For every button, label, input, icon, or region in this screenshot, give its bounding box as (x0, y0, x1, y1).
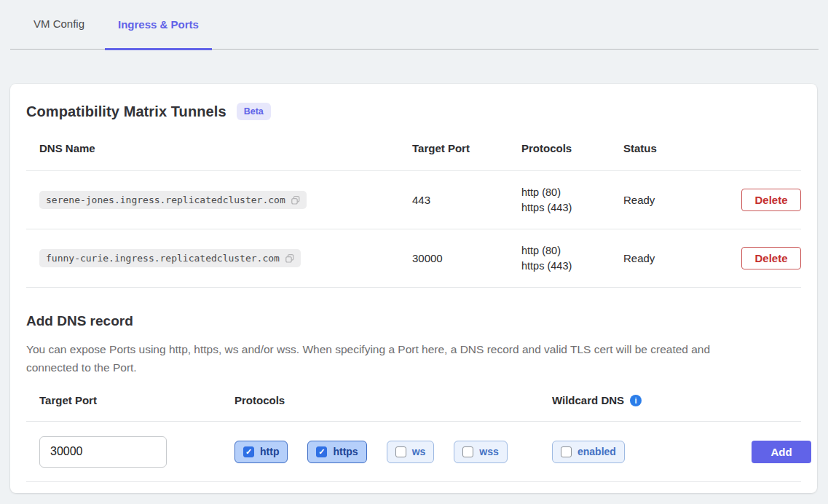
protocol-line: http (80) (521, 185, 623, 200)
wildcard-enabled-checkbox[interactable]: enabled (552, 441, 625, 463)
tunnels-table-header: DNS Name Target Port Protocols Status (26, 122, 801, 171)
protocol-line: http (80) (521, 243, 623, 259)
add-button[interactable]: Add (752, 441, 811, 463)
checkbox-icon (561, 446, 572, 457)
table-row: funny-curie.ingress.replicatedcluster.co… (26, 229, 801, 288)
protocols-value: http (80) https (443) (521, 185, 623, 216)
status-value: Ready (623, 252, 725, 264)
status-value: Ready (623, 194, 725, 206)
protocol-checkbox-ws[interactable]: ws (387, 441, 435, 463)
target-port-input[interactable] (39, 436, 167, 468)
dns-name-pill: serene-jones.ingress.replicatedcluster.c… (39, 191, 307, 209)
col-header-target-port: Target Port (412, 142, 521, 154)
add-dns-record-description: You can expose Ports using http, https, … (26, 340, 762, 377)
target-port-value: 443 (412, 194, 521, 206)
tab-ingress-and-ports[interactable]: Ingress & Ports (105, 18, 212, 50)
copy-icon[interactable] (291, 195, 301, 205)
tab-vm-config[interactable]: VM Config (32, 17, 86, 49)
delete-button[interactable]: Delete (741, 189, 801, 211)
checkbox-label: https (333, 446, 358, 457)
add-dns-record-title: Add DNS record (26, 313, 801, 329)
target-port-value: 30000 (412, 252, 521, 264)
tunnels-panel: Compatibility Matrix Tunnels Beta DNS Na… (10, 84, 817, 493)
panel-title: Compatibility Matrix Tunnels (26, 103, 226, 120)
protocol-checkbox-wss[interactable]: wss (454, 441, 507, 463)
dns-name-pill: funny-curie.ingress.replicatedcluster.co… (39, 249, 301, 267)
dns-name-text: serene-jones.ingress.replicatedcluster.c… (46, 194, 285, 205)
checkbox-label: enabled (577, 446, 616, 457)
info-icon[interactable]: i (630, 395, 642, 406)
col-header-status: Status (623, 142, 725, 154)
add-dns-form-header: Target Port Protocols Wildcard DNS i (26, 394, 801, 422)
checkbox-icon (243, 446, 254, 457)
protocol-checkbox-https[interactable]: https (307, 441, 366, 463)
form-col-wildcard-dns: Wildcard DNS (552, 394, 624, 406)
beta-badge: Beta (237, 103, 271, 120)
checkbox-icon (462, 446, 473, 457)
protocol-line: https (443) (521, 259, 623, 274)
checkbox-label: wss (479, 446, 498, 457)
tab-bar: VM Config Ingress & Ports (10, 0, 819, 50)
checkbox-icon (395, 446, 406, 457)
add-dns-form-row: http https ws wss enabled Add (26, 422, 801, 482)
checkbox-label: ws (412, 446, 426, 457)
checkbox-icon (316, 446, 327, 457)
table-row: serene-jones.ingress.replicatedcluster.c… (26, 171, 801, 229)
checkbox-label: http (260, 446, 279, 457)
col-header-protocols: Protocols (521, 142, 623, 154)
protocol-line: https (443) (521, 200, 623, 216)
delete-button[interactable]: Delete (741, 247, 801, 269)
form-col-protocols: Protocols (234, 394, 552, 406)
protocols-value: http (80) https (443) (521, 243, 623, 274)
copy-icon[interactable] (285, 253, 295, 264)
form-col-target-port: Target Port (39, 394, 234, 406)
col-header-dns-name: DNS Name (39, 142, 412, 154)
dns-name-text: funny-curie.ingress.replicatedcluster.co… (46, 253, 280, 264)
protocol-checkbox-http[interactable]: http (234, 441, 288, 463)
